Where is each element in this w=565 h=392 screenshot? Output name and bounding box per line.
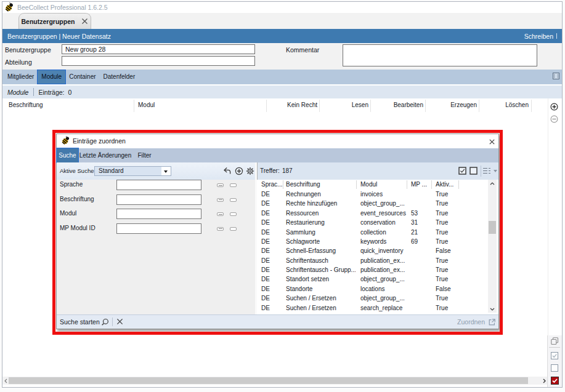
add-row-icon[interactable] <box>550 102 558 110</box>
result-row[interactable]: DERechnungeninvoicesTrue <box>257 190 488 199</box>
horizontal-scrollbar-thumb[interactable] <box>9 377 528 384</box>
add-search-icon[interactable] <box>235 167 243 175</box>
grid-column-bearbeiten[interactable]: Bearbeiten <box>394 98 423 112</box>
field-memo-icon[interactable] <box>230 227 237 231</box>
kommentar-field[interactable] <box>343 44 537 66</box>
assign-external-icon[interactable] <box>488 318 496 326</box>
result-row[interactable]: DERestaurierungconservation31True <box>257 218 488 227</box>
search-field-row: Modul <box>57 209 255 219</box>
grid-column-kein-recht[interactable]: Kein Recht <box>287 98 317 112</box>
result-row[interactable]: DEStandort setzenobject_group_...True <box>257 274 488 284</box>
active-search-value: Standard <box>99 167 124 175</box>
result-row[interactable]: DESchriftentausch - Grupp...publication_… <box>257 265 488 274</box>
field-memo-icon[interactable] <box>230 183 237 187</box>
select-all-icon[interactable] <box>458 167 466 175</box>
horizontal-scrollbar[interactable] <box>2 377 547 385</box>
field-options-icon[interactable] <box>217 227 224 231</box>
result-cell: publication_ex... <box>360 256 406 265</box>
document-tab-benutzergruppen[interactable]: Benutzergruppen <box>18 13 91 29</box>
result-row[interactable]: DESchnell-Erfassungquick_inventoryFalse <box>257 246 488 255</box>
document-tab-close-icon[interactable] <box>81 18 88 25</box>
result-row[interactable]: DESchriftentauschpublication_ex...True <box>257 256 488 265</box>
grid-column-lesen[interactable]: Lesen <box>352 98 368 112</box>
search-field-label: Beschriftung <box>60 196 94 202</box>
tabstrip-window-icon[interactable] <box>553 73 559 79</box>
dialog-tab-letzte-änderungen[interactable]: Letzte Änderungen <box>79 148 132 162</box>
active-search-combobox[interactable]: Standard <box>94 166 171 176</box>
results-column-header[interactable]: MP ... <box>411 180 427 190</box>
deselect-all-icon[interactable] <box>469 167 478 175</box>
result-row[interactable]: DERechte hinzufügenobject_group_...True <box>257 199 488 208</box>
clear-search-icon[interactable] <box>116 318 124 326</box>
checkbox-checked-red-icon[interactable] <box>551 377 559 385</box>
field-options-icon[interactable] <box>217 198 224 202</box>
results-vertical-scrollbar[interactable] <box>488 180 497 313</box>
view-tab-mitglieder[interactable]: Mitglieder <box>4 70 38 84</box>
module-grid-header: BeschriftungModulKein RechtLesenBearbeit… <box>2 98 562 114</box>
results-scrollbar-thumb[interactable] <box>489 221 496 234</box>
undo-icon[interactable] <box>223 167 232 175</box>
result-row[interactable]: DEStandortelocationsFalse <box>257 284 488 294</box>
checkbox-checked-gray-icon[interactable] <box>551 352 558 359</box>
results-column-header[interactable]: Beschriftung <box>286 180 320 190</box>
schreiben-button[interactable]: Schreiben <box>524 33 553 40</box>
search-field-sprache[interactable] <box>116 180 201 190</box>
dialog-tab-filter[interactable]: Filter <box>132 148 156 162</box>
result-row[interactable]: DESuchen / Ersetzensearch_replaceTrue <box>257 303 488 313</box>
copy-icon[interactable] <box>551 337 559 345</box>
field-memo-icon[interactable] <box>230 198 237 202</box>
search-field-modul[interactable] <box>116 209 201 219</box>
field-options-icon[interactable] <box>217 212 224 216</box>
dialog-close-icon[interactable] <box>487 137 497 146</box>
grid-column-separator <box>319 100 320 112</box>
grid-column-löschen[interactable]: Löschen <box>505 98 529 112</box>
scroll-down-icon[interactable] <box>488 305 497 313</box>
grid-column-separator <box>266 100 267 112</box>
settings-gear-icon[interactable] <box>246 167 254 175</box>
remove-row-icon[interactable] <box>550 114 558 122</box>
result-cell: search_replace <box>360 303 406 313</box>
result-row[interactable]: DERessourcenevent_resources53True <box>257 209 488 218</box>
search-field-mp-modul-id[interactable] <box>116 223 201 234</box>
search-field-label: MP Modul ID <box>60 225 96 231</box>
checkbox-empty-icon[interactable] <box>551 364 558 372</box>
result-cell: Schlagworte <box>286 237 356 246</box>
result-row[interactable]: DESchlagwortekeywords69True <box>257 237 488 246</box>
scroll-up-icon[interactable] <box>488 180 497 187</box>
view-tab-module[interactable]: Module <box>38 70 65 84</box>
scroll-left-icon[interactable] <box>2 377 9 385</box>
grid-column-modul[interactable]: Modul <box>138 98 155 112</box>
grid-column-erzeugen[interactable]: Erzeugen <box>450 98 477 112</box>
search-field-beschriftung[interactable] <box>116 194 201 205</box>
results-column-header[interactable]: Sprac... <box>261 180 282 190</box>
result-cell: Suchen / Ersetzen <box>286 303 356 313</box>
result-row[interactable]: DESuchen / Ersetzenobject_group_...True <box>257 294 488 303</box>
scroll-right-icon[interactable] <box>541 377 547 385</box>
abteilung-label: Abteilung <box>5 58 32 66</box>
zuordnen-button[interactable]: Zuordnen <box>457 315 485 329</box>
benutzergruppe-field[interactable] <box>62 44 255 54</box>
grid-column-beschriftung[interactable]: Beschriftung <box>9 98 43 112</box>
results-column-header[interactable]: Aktiv... <box>436 180 453 190</box>
field-options-icon[interactable] <box>217 183 224 187</box>
results-column-header[interactable]: Modul <box>360 180 377 190</box>
view-tab-datenfelder[interactable]: Datenfelder <box>100 70 139 84</box>
result-cell: 53 <box>411 209 431 218</box>
search-icon[interactable] <box>101 318 109 326</box>
result-cell: Schriftentausch - Grupp... <box>286 265 356 274</box>
view-options-icon[interactable] <box>483 167 490 174</box>
grid-column-separator <box>134 100 134 112</box>
result-cell: DE <box>261 237 282 246</box>
search-field-row: MP Modul ID <box>57 223 255 234</box>
view-tab-container[interactable]: Container <box>65 70 99 84</box>
app-title: BeeCollect Professional 1.6.2.5 <box>17 2 108 13</box>
result-cell: Restaurierung <box>286 218 356 227</box>
treffer-label: Treffer: <box>260 162 280 180</box>
abteilung-field[interactable] <box>62 56 255 66</box>
view-options-caret-icon[interactable] <box>494 170 497 172</box>
header-separator <box>556 33 557 39</box>
field-memo-icon[interactable] <box>230 212 237 216</box>
dialog-tab-suche[interactable]: Suche <box>57 148 78 162</box>
result-row[interactable]: DESammlungcollection21True <box>257 228 488 237</box>
start-search-button[interactable]: Suche starten <box>60 315 100 329</box>
